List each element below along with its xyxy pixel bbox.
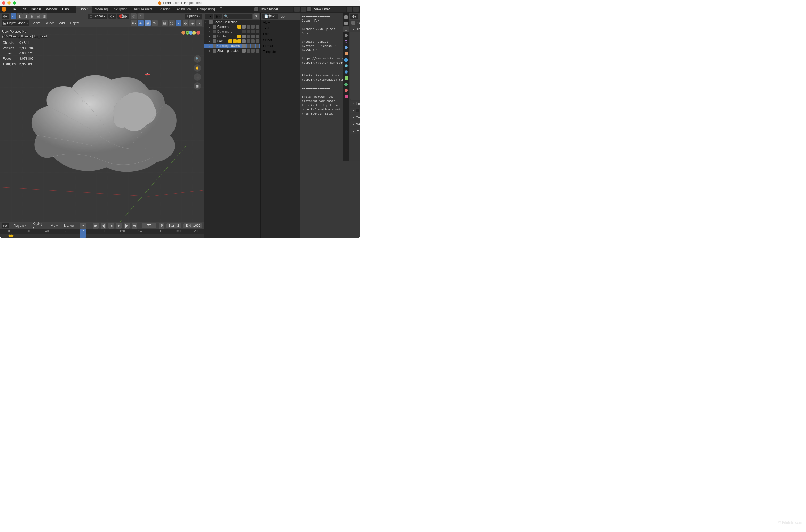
camera-view-icon[interactable]: 🎥 [194, 73, 201, 81]
overlay-toggle[interactable]: ◉ [145, 20, 151, 26]
te-edit[interactable]: Edit [261, 31, 300, 37]
curve-falloff[interactable]: ∿ [138, 13, 144, 19]
ptab-material[interactable] [343, 87, 349, 93]
menu-window[interactable]: Window [44, 6, 59, 12]
ptab-modifiers[interactable] [343, 57, 349, 63]
selectable-icon[interactable] [246, 30, 250, 34]
tl-playback[interactable]: Playback [11, 223, 29, 229]
outliner-search[interactable]: 🔍 [223, 14, 252, 19]
panel-postprocessing[interactable]: ▸Post Processing≡ [350, 128, 360, 134]
pivot-selector[interactable]: ⊙▾ [108, 14, 116, 19]
keyframe[interactable] [11, 234, 13, 237]
props-type[interactable]: ⚙▾ [350, 14, 358, 19]
tab-layout[interactable]: Layout [76, 6, 92, 13]
outliner-type[interactable]: ☰▾ [205, 14, 213, 19]
vp-menu-select[interactable]: Select [43, 20, 56, 26]
play-reverse[interactable]: ◀ [108, 223, 114, 229]
selectable-icon[interactable] [246, 25, 250, 29]
te-text[interactable]: Text [261, 25, 300, 31]
collection-cameras[interactable]: ▸Cameras [204, 24, 260, 29]
ptab-viewlayer[interactable] [343, 32, 349, 38]
playhead[interactable]: 77 [80, 229, 86, 238]
te-format[interactable]: Format [261, 43, 300, 49]
scene-selector[interactable]: main model [259, 7, 293, 12]
checkbox-icon[interactable] [242, 39, 246, 43]
select-subtract[interactable]: ◨ [23, 13, 29, 19]
tl-view[interactable]: View [49, 223, 60, 229]
te-view[interactable]: View [261, 20, 300, 25]
viewlayer-selector[interactable]: View Layer [312, 7, 346, 12]
te-select[interactable]: Select [261, 37, 300, 43]
proportional-edit[interactable]: ◎ [131, 13, 136, 19]
window-maximize-button[interactable] [13, 1, 16, 4]
orientation-selector[interactable]: ⊞ Global ▾ [88, 14, 107, 19]
chip-icon[interactable] [238, 39, 241, 43]
visible-icon[interactable] [251, 44, 255, 48]
selectable-icon[interactable] [246, 44, 250, 48]
select-intersect[interactable]: ▦ [29, 13, 35, 19]
menu-file[interactable]: File [8, 6, 18, 12]
timeline-track[interactable]: 0 20 40 60 80 100 120 140 160 180 200 22… [0, 229, 204, 238]
jump-next-key[interactable]: |▶ [124, 223, 129, 229]
select-extend[interactable]: ◧ [17, 13, 23, 19]
scene-collection[interactable]: ▾Scene Collection [204, 20, 260, 24]
checkbox-icon[interactable] [242, 49, 246, 53]
tab-compositing[interactable]: Compositing [194, 6, 218, 13]
timeline-editor-type[interactable]: ◷▾ [2, 223, 9, 228]
ptab-physics[interactable] [343, 69, 349, 75]
selectable-icon[interactable] [246, 35, 250, 38]
exclude-icon[interactable] [238, 35, 241, 38]
render-icon[interactable] [256, 39, 259, 43]
frame-end[interactable]: End1000 [183, 223, 202, 228]
selectable-icon[interactable] [246, 49, 250, 53]
nav-gizmo[interactable]: Z X Y [181, 31, 200, 50]
text-body[interactable]: ================ Splash Fox Blender 2.90… [300, 13, 343, 238]
select-invert[interactable]: ▤ [35, 13, 41, 19]
ptab-constraints[interactable] [343, 75, 349, 81]
ptab-output[interactable] [343, 26, 349, 32]
ptab-tool[interactable] [343, 14, 349, 20]
collection-shading-related[interactable]: ▸Shading related [204, 48, 260, 53]
checkbox-icon[interactable] [242, 25, 246, 29]
exclude-icon[interactable] [238, 25, 241, 29]
panel-output[interactable]: ▸Output≡ [350, 114, 360, 120]
select-difference[interactable]: ▥ [41, 13, 47, 19]
checkbox-icon[interactable] [242, 30, 246, 34]
tab-sculpting[interactable]: Sculpting [111, 6, 130, 13]
menu-help[interactable]: Help [60, 6, 71, 12]
scene-delete-button[interactable] [301, 7, 306, 12]
te-templates[interactable]: Templates [261, 49, 300, 55]
render-icon[interactable] [256, 49, 259, 53]
selectable-icon[interactable] [246, 39, 250, 43]
snap-selector[interactable]: 🧲▦▾ [117, 14, 129, 19]
checkbox-icon[interactable] [242, 44, 246, 48]
collection-lights[interactable]: ▸Lights [204, 34, 260, 39]
ptab-world[interactable] [343, 44, 349, 51]
panel-dimensions-header[interactable]: ▾Dimensions∷ [350, 26, 360, 32]
ptab-scene[interactable] [343, 38, 349, 44]
ptab-texture[interactable] [343, 93, 349, 99]
autokey-toggle[interactable]: ● [80, 223, 86, 229]
jump-prev-key[interactable]: ◀| [101, 223, 106, 229]
panel-stereoscopy[interactable]: ▸Stereoscopy≡ [350, 108, 360, 113]
scene-browse-button[interactable] [294, 7, 300, 12]
shading-rendered[interactable]: ◉ [189, 20, 195, 26]
tab-shading[interactable]: Shading [155, 6, 173, 13]
frame-start[interactable]: Start1 [166, 223, 181, 228]
shading-wire[interactable]: ◯ [169, 20, 175, 26]
3d-viewport[interactable]: User Perspective (77) Glowing flowers | … [0, 26, 204, 223]
current-frame[interactable]: 77 [142, 223, 157, 228]
chip-icon[interactable] [228, 39, 232, 43]
menu-render[interactable]: Render [29, 6, 43, 12]
frame-lock-icon[interactable]: ⏱ [159, 223, 164, 229]
pan-icon[interactable]: ✋ [194, 64, 201, 72]
render-icon[interactable] [256, 25, 259, 29]
panel-time-remapping[interactable]: ▸Time Remapping≡ [350, 101, 360, 107]
options-menu[interactable]: Options ▾ [185, 14, 202, 19]
tl-marker[interactable]: Marker [62, 223, 76, 229]
collection-glowing-flowers[interactable]: ▸Glowing flowers [204, 43, 260, 48]
visible-icon[interactable] [251, 25, 255, 29]
ptab-particles[interactable] [343, 63, 349, 69]
menu-edit[interactable]: Edit [18, 6, 28, 12]
ptab-object[interactable] [343, 51, 349, 57]
